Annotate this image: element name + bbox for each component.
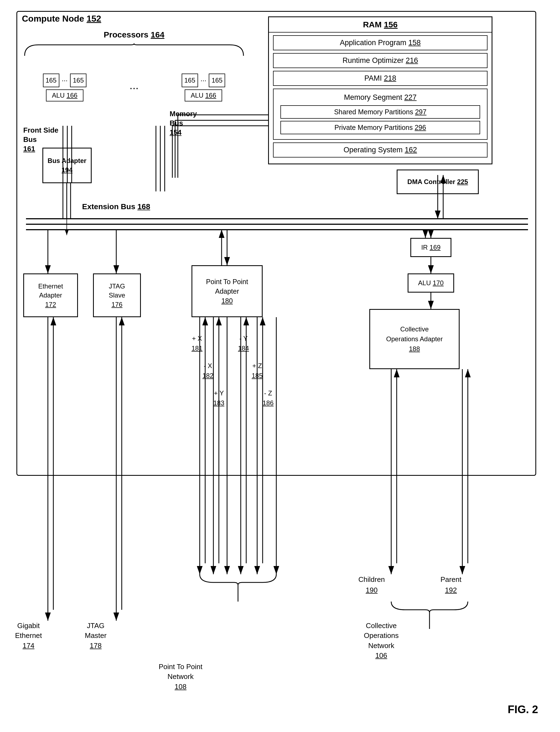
processors-ref: 164 [151,30,164,39]
private-memory-box: Private Memory Partitions 296 [280,121,480,134]
processors-label: Processors 164 [22,30,246,39]
alu170-ref: 170 [433,279,444,287]
p2p-adapter-box: Point To Point Adapter 180 [191,265,263,317]
fig2-label: FIG. 2 [508,703,538,716]
extension-bus-label: Extension Bus 168 [82,202,150,211]
ir-box: IR 169 [410,238,451,257]
alu-label-1: ALU [52,92,65,99]
bus-adapter-box: Bus Adapter 194 [42,148,92,183]
compute-node-label: Compute Node 152 [22,14,101,24]
processors-text: Processors [104,30,148,39]
pami-ref: 218 [384,74,396,82]
memory-bus-text: Memory Bus [170,109,197,128]
proc-unit-2: 165 ··· 165 ALU 166 [182,74,225,101]
collective-ops-network-ref: 106 [364,650,399,660]
p2p-network-label: Point To Point Network 108 [159,662,202,692]
ethernet-adapter-box: Ethernet Adapter 172 [23,274,78,317]
memory-segment-label: Memory Segment [344,93,402,101]
compute-node-ref: 152 [86,14,101,24]
app-program-ref: 158 [408,39,421,47]
ir-label: IR [421,244,428,251]
extension-bus-text: Extension Bus [82,202,135,211]
private-memory-label: Private Memory Partitions [335,124,413,131]
alu-ref-2: 166 [205,92,216,99]
alu-box-1: ALU 166 [46,89,83,101]
proc-cores-row-2: 165 ··· 165 [182,74,225,87]
plus-z-ref: 185 [252,371,263,380]
proc-core-1a: 165 [43,74,59,87]
proc-cores-row-1: 165 ··· 165 [43,74,87,87]
collective-ops-adapter-box: Collective Operations Adapter 188 [369,309,460,369]
runtime-optimizer-box: Runtime Optimizer 216 [273,53,488,68]
alu170-box: ALU 170 [408,274,454,293]
collective-ops-adapter-label: Collective Operations Adapter [386,324,443,344]
extension-bus-ref: 168 [137,202,150,211]
minus-y-ref: 184 [238,344,249,353]
alu-ref-1: 166 [66,92,77,99]
gigabit-ethernet-ref: 174 [15,641,42,650]
dma-label: DMA Controller 225 [407,178,468,186]
minus-z-label: - Z 186 [263,388,274,408]
children-text: Children [358,574,385,585]
parent-label: Parent 192 [440,574,462,595]
alu-label-2: ALU [191,92,204,99]
front-side-bus-ref: 161 [23,145,35,153]
parent-text: Parent [440,574,462,585]
shared-memory-box: Shared Memory Partitions 297 [280,105,480,119]
p2p-adapter-ref: 180 [221,296,233,306]
memory-bus-ref: 154 [170,128,181,137]
jtag-slave-box: JTAG Slave 176 [93,274,141,317]
proc-unit-1: 165 ··· 165 ALU 166 [43,74,87,101]
jtag-slave-label: JTAG Slave [109,282,125,300]
app-program-box: Application Program 158 [273,35,488,50]
alu170-label: ALU [418,279,431,287]
proc-core-2b: 165 [209,74,225,87]
plus-x-ref: 181 [191,344,202,353]
proc-group-dots: ··· [129,82,138,101]
memory-segment-ref: 227 [404,93,417,101]
bus-adapter-label: Bus Adapter [48,156,86,166]
compute-node-text: Compute Node [22,14,84,24]
pami-box: PAMI 218 [273,71,488,86]
os-label: Operating System [344,146,403,154]
memory-bus-label: Memory Bus 154 [170,109,197,137]
jtag-master-text: JTAG Master [85,621,106,641]
gigabit-ethernet-label: Gigabit Ethernet 174 [15,621,42,650]
minus-x-label: - X 182 [202,361,213,380]
parent-ref: 192 [440,585,462,595]
processors-section: Processors 164 165 ··· 165 ALU 166 ··· [22,30,246,101]
minus-x-ref: 182 [202,371,213,380]
shared-memory-ref: 297 [415,108,426,116]
diagram-container: Compute Node 152 RAM 156 Application Pro… [0,0,560,732]
jtag-master-label: JTAG Master 178 [85,621,106,650]
plus-y-label: + Y 183 [213,388,224,408]
dots-2: ··· [201,76,207,85]
plus-y-ref: 183 [213,398,224,408]
ram-title: RAM 156 [269,17,492,33]
ir-ref: 169 [430,244,440,251]
minus-x-text: - X [202,361,213,371]
core-label-1b: 165 [73,77,84,84]
ram-ref: 156 [384,20,397,29]
plus-x-label: + X 181 [191,334,202,353]
alu-box-2: ALU 166 [185,89,222,101]
children-label: Children 190 [358,574,385,595]
pami-label: PAMI [364,74,382,82]
plus-z-label: + Z 185 [252,361,263,380]
minus-z-text: - Z [263,388,274,398]
children-ref: 190 [358,585,385,595]
collective-ops-network-text: Collective Operations Network [364,621,399,650]
os-ref: 162 [405,146,417,154]
proc-core-2a: 165 [182,74,198,87]
front-side-bus-text: Front Side Bus [23,126,59,144]
p2p-adapter-label: Point To Point Adapter [206,277,248,296]
runtime-optimizer-ref: 216 [406,56,418,65]
memory-segment-box: Memory Segment 227 Shared Memory Partiti… [273,89,488,140]
bus-adapter-ref: 194 [62,166,72,175]
ethernet-adapter-ref: 172 [45,300,56,309]
processors-brace-svg [22,42,246,59]
shared-memory-label: Shared Memory Partitions [334,108,413,116]
collective-ops-network-label: Collective Operations Network 106 [364,621,399,661]
core-label-2a: 165 [184,77,195,84]
gigabit-ethernet-text: Gigabit Ethernet [15,621,42,641]
